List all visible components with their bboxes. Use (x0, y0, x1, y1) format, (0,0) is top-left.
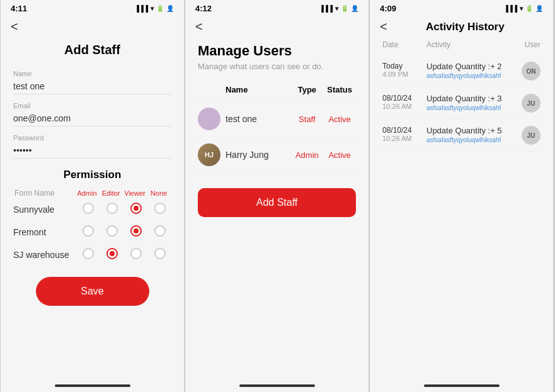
manage-users-subtitle: Manage what users can see or do. (198, 62, 356, 71)
home-indicator-2 (239, 384, 315, 387)
status-icons-2: ▐▐▐ ▾ 🔋 👤 (319, 5, 358, 12)
sunnyvale-admin-radio[interactable] (77, 203, 100, 216)
save-button[interactable]: Save (36, 277, 149, 306)
phone1-content: Add Staff Name Email Password •••••• Per… (1, 38, 184, 379)
act-details-1: Update Quantity :+ 3 asfsafasftyqyoluqwl… (426, 94, 522, 111)
col-type-header: Type (291, 85, 324, 94)
fremont-admin-radio[interactable] (77, 225, 100, 239)
act-link-1[interactable]: asfsafasftyqyoluqwlhiksahf (426, 104, 522, 111)
email-label: Email (13, 102, 171, 109)
sunnyvale-viewer-radio[interactable] (125, 203, 147, 216)
user-avatar-0 (198, 108, 220, 130)
email-input[interactable] (13, 111, 171, 126)
time-3: 4:09 (380, 4, 396, 13)
sunnyvale-radio-group (77, 203, 171, 216)
act-date-1: 08/10/24 10:26 AM (382, 94, 426, 110)
wifi-icon-2: ▾ (335, 5, 338, 12)
nav-bar-2: < (185, 16, 369, 38)
name-input[interactable] (13, 79, 171, 94)
act-user-badge-2: JU (522, 126, 541, 145)
back-button-1[interactable]: < (11, 20, 18, 34)
perm-row-sunnyvale: Sunnyvale (13, 203, 171, 216)
fremont-viewer-radio[interactable] (125, 225, 147, 239)
sunnyvale-editor-radio[interactable] (101, 203, 123, 216)
phone2-manage-users: 4:12 ▐▐▐ ▾ 🔋 👤 < Manage Users Manage wha… (185, 0, 369, 392)
sunnyvale-none-radio[interactable] (149, 203, 171, 216)
user-status-1: Active (323, 150, 356, 160)
time-2: 4:12 (195, 4, 212, 13)
fremont-none-radio[interactable] (149, 225, 171, 239)
act-link-0[interactable]: asfsafasftyqyoluqwlhiksahf (426, 72, 522, 79)
status-icons-1: ▐▐▐ ▾ 🔋 👤 (135, 5, 174, 12)
back-button-2[interactable]: < (195, 20, 203, 34)
perm-editor-label: Editor (100, 189, 122, 197)
act-user-badge-0: ON (522, 62, 541, 81)
status-bar-3: 4:09 ▐▐▐ ▾ 🔋 👤 (370, 0, 553, 16)
act-action-1: Update Quantity :+ 3 (426, 94, 522, 103)
act-details-0: Update Quantity :+ 2 asfsafasftyqyoluqwl… (426, 62, 522, 79)
phone2-content: Manage Users Manage what users can see o… (185, 38, 369, 379)
user-icon: 👤 (166, 5, 174, 12)
home-indicator-1 (55, 384, 130, 387)
user-status-0: Active (323, 115, 356, 124)
act-date-2: 08/10/24 10:26 AM (382, 126, 426, 142)
name-field-group: Name (13, 70, 171, 94)
sj-admin-radio[interactable] (77, 248, 100, 262)
act-date-main-1: 08/10/24 (382, 94, 426, 103)
sj-viewer-radio[interactable] (125, 248, 147, 262)
back-button-3[interactable]: < (380, 20, 387, 34)
wifi-icon: ▾ (151, 5, 154, 12)
add-staff-title: Add Staff (13, 43, 171, 57)
perm-type-labels: Admin Editor Viewer None (76, 189, 170, 197)
sj-none-radio[interactable] (149, 248, 171, 262)
act-action-2: Update Quantity :+ 5 (426, 126, 522, 135)
email-field-group: Email (13, 102, 171, 126)
col-status-header: Status (323, 85, 356, 94)
act-details-2: Update Quantity :+ 5 asfsafasftyqyoluqwl… (426, 126, 522, 143)
time-1: 4:11 (11, 4, 27, 13)
battery-icon-2: 🔋 (341, 5, 348, 12)
act-date-main-0: Today (382, 62, 426, 70)
activity-row-0: Today 4:09 PM Update Quantity :+ 2 asfsa… (382, 55, 541, 87)
sj-editor-radio[interactable] (101, 248, 123, 262)
nav-bar-1: < (1, 16, 184, 38)
activity-table-header: Date Activity User (382, 38, 541, 52)
act-date-time-2: 10:26 AM (382, 135, 426, 142)
act-date-main-2: 08/10/24 (382, 126, 426, 135)
battery-icon: 🔋 (156, 5, 164, 12)
fremont-radio-group (77, 225, 171, 239)
sj-radio-group (77, 248, 171, 262)
activity-row-2: 08/10/24 10:26 AM Update Quantity :+ 5 a… (382, 120, 541, 152)
act-date-time-0: 4:09 PM (382, 70, 426, 78)
permission-header: Form Name Admin Editor Viewer None (13, 189, 171, 198)
password-label: Password (13, 134, 171, 142)
user-row-0[interactable]: test one Staff Active (198, 101, 356, 137)
name-label: Name (13, 70, 171, 77)
perm-sunnyvale-name: Sunnyvale (13, 204, 77, 215)
phone1-add-staff: 4:11 ▐▐▐ ▾ 🔋 👤 < Add Staff Name Email Pa (0, 0, 185, 392)
user-type-1: Admin (291, 150, 324, 160)
user-table-header: Name Type Status (198, 81, 356, 99)
home-indicator-3 (424, 384, 500, 387)
perm-row-sj: SJ warehouse (13, 248, 171, 262)
permission-section-title: Permission (13, 169, 171, 181)
user-row-1[interactable]: HJ Harry Jung Admin Active (198, 137, 356, 173)
fremont-editor-radio[interactable] (101, 225, 123, 239)
act-date-time-1: 10:26 AM (382, 103, 426, 110)
password-field-group: Password •••••• (13, 134, 171, 159)
perm-viewer-label: Viewer (123, 189, 146, 197)
signal-icon-3: ▐▐▐ (504, 5, 517, 12)
phone3-activity-history: 4:09 ▐▐▐ ▾ 🔋 👤 < Activity History Date A… (369, 0, 554, 392)
perm-row-fremont: Fremont (13, 225, 171, 239)
activity-history-title: Activity History (387, 21, 543, 33)
user-name-1: Harry Jung (226, 150, 291, 160)
signal-icon: ▐▐▐ (135, 5, 148, 12)
status-icons-3: ▐▐▐ ▾ 🔋 👤 (504, 5, 543, 12)
phone3-content: Date Activity User Today 4:09 PM Update … (370, 38, 553, 379)
add-staff-button[interactable]: Add Staff (198, 188, 356, 217)
act-link-2[interactable]: asfsafasftyqyoluqwlhiksahf (426, 137, 522, 143)
password-display: •••••• (13, 143, 171, 159)
perm-none-label: None (147, 189, 170, 197)
user-name-0: test one (226, 114, 291, 124)
status-bar-2: 4:12 ▐▐▐ ▾ 🔋 👤 (185, 0, 369, 16)
